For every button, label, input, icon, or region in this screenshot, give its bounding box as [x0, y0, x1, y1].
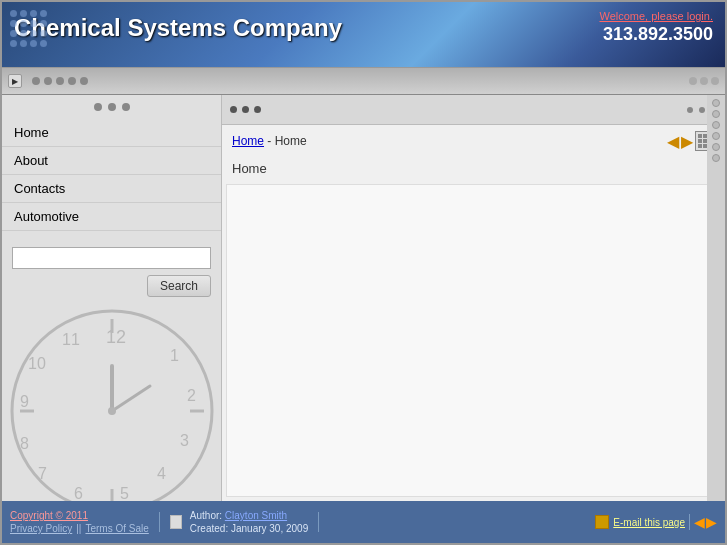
- footer-author-label: Author:: [190, 510, 225, 521]
- scroll-dot-3: [712, 121, 720, 129]
- nav-menu: Home About Contacts Automotive: [2, 115, 221, 235]
- content-dot-1: [230, 106, 237, 113]
- footer-checkbox-area: [170, 515, 182, 529]
- svg-text:4: 4: [157, 465, 166, 482]
- footer-divider-2: [318, 512, 319, 532]
- toolbar-right-dot-2: [700, 77, 708, 85]
- toolbar-strip: ▶: [2, 67, 725, 95]
- header-dots-decoration: [10, 10, 48, 48]
- breadcrumb-current: Home: [275, 134, 307, 148]
- footer-author-area: Author: Clayton Smith Created: January 3…: [190, 510, 308, 534]
- svg-line-18: [112, 386, 150, 411]
- page-wrapper: Chemical Systems Company Welcome, please…: [0, 0, 727, 545]
- footer-right: E-mail this page ◀ ▶: [595, 514, 717, 530]
- footer-nav-arrows: ◀ ▶: [694, 514, 717, 530]
- next-arrow-icon[interactable]: ▶: [681, 132, 693, 151]
- scroll-dot-6: [712, 154, 720, 162]
- nav-item-home[interactable]: Home: [2, 119, 221, 147]
- search-box-container: Search: [2, 235, 221, 305]
- breadcrumb: Home - Home: [232, 134, 307, 148]
- svg-text:11: 11: [62, 331, 80, 348]
- footer-divider-3: [689, 514, 690, 530]
- page-heading: Home: [222, 157, 725, 184]
- footer-created: Created: January 30, 2009: [190, 523, 308, 534]
- breadcrumb-home-link[interactable]: Home: [232, 134, 264, 148]
- header: Chemical Systems Company Welcome, please…: [2, 2, 725, 67]
- content-top-bar: [222, 95, 725, 125]
- footer-author: Author: Clayton Smith: [190, 510, 308, 521]
- clock-decoration: 12 1 2 3 4 5 6 7 8 9 10 11: [2, 301, 222, 501]
- scroll-dot-4: [712, 132, 720, 140]
- toolbar-right-dot-1: [689, 77, 697, 85]
- footer-email-page-link[interactable]: E-mail this page: [613, 517, 685, 528]
- terms-of-sale-link[interactable]: Terms Of Sale: [85, 523, 148, 534]
- sidebar-dots: [2, 95, 221, 115]
- footer-next-arrow-icon[interactable]: ▶: [706, 514, 717, 530]
- svg-text:1: 1: [170, 347, 179, 364]
- nav-dots: [32, 77, 88, 85]
- nav-link-automotive[interactable]: Automotive: [2, 203, 221, 230]
- footer-copyright[interactable]: Copyright © 2011: [10, 510, 149, 521]
- content-dot-3: [254, 106, 261, 113]
- footer-author-name-link[interactable]: Clayton Smith: [225, 510, 287, 521]
- content-area: Home - Home ◀ ▶ Home: [222, 95, 725, 501]
- content-right-dot-1: [687, 107, 693, 113]
- sidebar-dot-3: [122, 103, 130, 111]
- svg-text:2: 2: [187, 387, 196, 404]
- svg-text:3: 3: [180, 432, 189, 449]
- nav-dot-3: [56, 77, 64, 85]
- prev-arrow-icon[interactable]: ◀: [667, 132, 679, 151]
- footer-prev-arrow-icon[interactable]: ◀: [694, 514, 705, 530]
- welcome-login-link[interactable]: Welcome, please login.: [599, 10, 713, 22]
- footer-divider-1: [159, 512, 160, 532]
- nav-item-about[interactable]: About: [2, 147, 221, 175]
- sidebar-dot-2: [108, 103, 116, 111]
- scroll-dot-2: [712, 110, 720, 118]
- nav-link-about[interactable]: About: [2, 147, 221, 174]
- footer-email-icon: [595, 515, 609, 529]
- nav-link-contacts[interactable]: Contacts: [2, 175, 221, 202]
- scroll-dot-5: [712, 143, 720, 151]
- nav-dot-1: [32, 77, 40, 85]
- breadcrumb-bar: Home - Home ◀ ▶: [222, 125, 725, 157]
- nav-dot-5: [80, 77, 88, 85]
- search-button[interactable]: Search: [147, 275, 211, 297]
- breadcrumb-separator: -: [264, 134, 275, 148]
- toolbar-right-dots: [689, 77, 719, 85]
- privacy-policy-link[interactable]: Privacy Policy: [10, 523, 72, 534]
- footer-left: Copyright © 2011 Privacy Policy || Terms…: [10, 510, 149, 534]
- scroll-dot-1: [712, 99, 720, 107]
- toolbar-right-dot-3: [711, 77, 719, 85]
- svg-text:7: 7: [38, 465, 47, 482]
- content-main: [226, 184, 721, 497]
- sidebar-dot-1: [94, 103, 102, 111]
- site-title: Chemical Systems Company: [14, 14, 342, 42]
- svg-text:5: 5: [120, 485, 129, 501]
- svg-point-19: [108, 407, 116, 415]
- phone-number: 313.892.3500: [599, 24, 713, 45]
- nav-item-contacts[interactable]: Contacts: [2, 175, 221, 203]
- svg-text:10: 10: [28, 355, 46, 372]
- svg-text:8: 8: [20, 435, 29, 452]
- nav-dot-4: [68, 77, 76, 85]
- sidebar: Home About Contacts Automotive Search: [2, 95, 222, 501]
- content-top-dots: [230, 106, 261, 113]
- search-input[interactable]: [12, 247, 211, 269]
- content-dot-2: [242, 106, 249, 113]
- nav-link-home[interactable]: Home: [2, 119, 221, 146]
- svg-text:12: 12: [106, 327, 126, 347]
- svg-text:9: 9: [20, 393, 29, 410]
- right-scrollbar: [707, 95, 725, 501]
- svg-text:6: 6: [74, 485, 83, 501]
- nav-item-automotive[interactable]: Automotive: [2, 203, 221, 231]
- footer-checkbox: [170, 515, 182, 529]
- footer: Copyright © 2011 Privacy Policy || Terms…: [2, 501, 725, 543]
- content-right-dot-2: [699, 107, 705, 113]
- nav-dot-2: [44, 77, 52, 85]
- main-area: Home About Contacts Automotive Search: [2, 95, 725, 501]
- play-button[interactable]: ▶: [8, 74, 22, 88]
- header-top: Chemical Systems Company Welcome, please…: [14, 10, 713, 45]
- footer-separator-1: ||: [76, 523, 81, 534]
